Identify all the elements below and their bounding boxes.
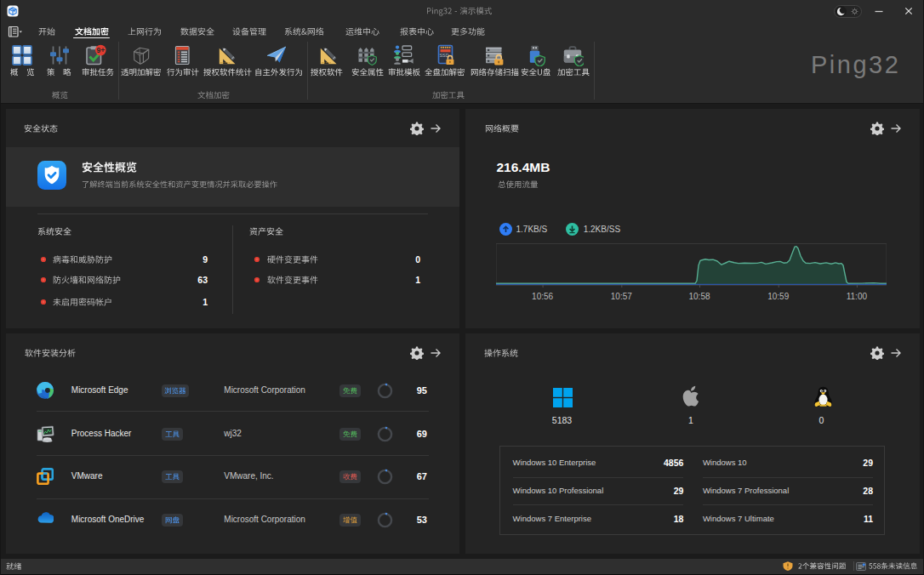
svg-text:9+: 9+ [96,46,105,54]
